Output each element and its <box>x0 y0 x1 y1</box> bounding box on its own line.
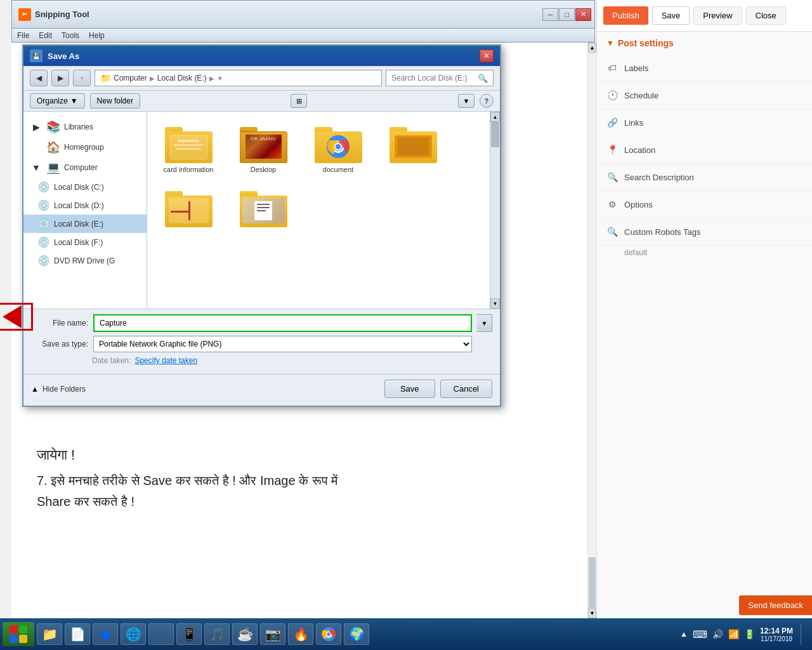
breadcrumb-arrow1: ▶ <box>150 75 155 82</box>
search-icon[interactable]: 🔍 <box>478 74 488 83</box>
taskbar-app9-button[interactable]: 📷 <box>260 623 285 645</box>
specify-date-link[interactable]: Specify date taken <box>134 356 197 365</box>
nav-item-computer[interactable]: ▼ 💻 Computer <box>23 157 147 178</box>
filetype-select[interactable]: Portable Network Graphic file (PNG) <box>93 336 472 352</box>
settings-item-location[interactable]: 📍 Location <box>597 136 812 164</box>
content-scrollbar[interactable]: ▲ ▼ <box>587 43 596 618</box>
send-feedback-button[interactable]: Send feedback <box>739 595 812 615</box>
nav-item-local-disk-d[interactable]: 💿 Local Disk (D:) <box>23 196 147 215</box>
filename-input[interactable] <box>93 314 472 332</box>
cancel-button[interactable]: Cancel <box>440 380 492 398</box>
folder-icon-desktop: OK JAANU <box>240 122 287 163</box>
minimize-button[interactable]: ─ <box>542 8 558 21</box>
scrollbar-thumb[interactable] <box>491 122 499 147</box>
taskbar-app2-button[interactable]: 📄 <box>65 623 90 645</box>
hide-folders-button[interactable]: ▲ Hide Folders <box>31 385 86 394</box>
folder-icon-extra1 <box>390 122 437 163</box>
folder-icon-extra2 <box>165 186 213 227</box>
labels-icon: 🏷 <box>606 62 618 74</box>
publish-button[interactable]: Publish <box>603 6 648 25</box>
search-bar[interactable]: 🔍 <box>386 70 494 86</box>
dialog-scrollbar[interactable]: ▲ ▼ <box>490 112 500 308</box>
start-button[interactable] <box>3 622 34 646</box>
file-item-desktop[interactable]: OK JAANU Desktop <box>228 118 298 177</box>
forward-button[interactable]: ▶ <box>51 70 69 86</box>
filetype-label: Save as type: <box>31 340 88 348</box>
nav-item-local-disk-f[interactable]: 💿 Local Disk (F:) <box>23 233 147 251</box>
show-desktop-button[interactable] <box>801 623 804 645</box>
filetype-row: Save as type: Portable Network Graphic f… <box>31 336 492 352</box>
save-post-button[interactable]: Save <box>652 6 690 25</box>
libraries-icon: ▶ <box>30 122 43 132</box>
filename-dropdown-button[interactable]: ▼ <box>477 314 492 332</box>
taskbar-app10-button[interactable]: 🔥 <box>288 623 313 645</box>
maximize-button[interactable]: □ <box>559 8 575 21</box>
scroll-thumb[interactable] <box>589 557 596 608</box>
view-dropdown-button[interactable]: ▼ <box>458 94 475 108</box>
dialog-footer: File name: ▼ Save as type: Portable Netw… <box>23 308 500 374</box>
taskbar-explorer-button[interactable]: 📁 <box>37 623 62 645</box>
dialog-close-button[interactable]: ✕ <box>480 50 494 62</box>
settings-item-labels[interactable]: 🏷 Labels <box>597 55 812 82</box>
file-item-document[interactable]: document <box>303 118 373 177</box>
settings-item-links[interactable]: 🔗 Links <box>597 109 812 136</box>
file-item-card-info[interactable]: card information <box>154 118 223 177</box>
menu-tools[interactable]: Tools <box>62 31 79 40</box>
nav-item-dvd-drive[interactable]: 💿 DVD RW Drive (G <box>23 251 147 270</box>
organize-label: Organize <box>37 96 68 105</box>
new-folder-button[interactable]: New folder <box>90 93 140 109</box>
scrollbar-bottom-button[interactable]: ▼ <box>588 608 596 618</box>
search-input[interactable] <box>391 74 475 83</box>
taskbar-app6-button[interactable]: 📱 <box>176 623 202 645</box>
close-post-button[interactable]: Close <box>746 6 786 25</box>
system-clock[interactable]: 12:14 PM 11/17/2018 <box>760 627 793 642</box>
menu-file[interactable]: File <box>17 31 29 40</box>
settings-item-options[interactable]: ⚙ Options <box>597 191 812 218</box>
taskbar-dropbox-button[interactable]: ◆ <box>93 623 118 645</box>
snipping-tool-titlebar: ✂ Snipping Tool <box>12 8 96 21</box>
address-breadcrumb[interactable]: 📁 Computer ▶ Local Disk (E:) ▶ ▼ <box>95 70 382 86</box>
taskbar-ie-button[interactable]: e <box>148 623 174 645</box>
scrollbar-top-button[interactable]: ▲ <box>588 43 596 53</box>
settings-item-robots[interactable]: 🔍 Custom Robots Tags <box>597 218 812 246</box>
file-item-extra2[interactable] <box>154 182 223 234</box>
nav-item-libraries[interactable]: ▶ 📚 Libraries <box>23 117 147 137</box>
preview-button[interactable]: Preview <box>693 6 742 25</box>
taskbar-app4-button[interactable]: 🌐 <box>121 623 146 645</box>
file-label-document: document <box>323 166 353 173</box>
taskbar-app8-button[interactable]: ☕ <box>232 623 258 645</box>
taskbar-app7-button[interactable]: 🎵 <box>204 623 230 645</box>
taskbar-chrome-button[interactable] <box>316 623 341 645</box>
nav-item-local-disk-e[interactable]: 💿 Local Disk (E:) <box>23 215 147 233</box>
nav-item-homegroup[interactable]: 🏠 Homegroup <box>23 137 147 157</box>
help-button[interactable]: ? <box>480 94 494 108</box>
local-disk-c-label: Local Disk (C:) <box>54 183 104 192</box>
scrollbar-up-button[interactable]: ▲ <box>490 112 500 122</box>
organize-button[interactable]: Organize ▼ <box>30 93 85 109</box>
tray-show-hidden-button[interactable]: ▲ <box>680 630 688 639</box>
blog-line1: जायेगा ! <box>37 447 571 463</box>
file-item-extra1[interactable] <box>378 118 448 177</box>
breadcrumb-dropdown[interactable]: ▼ <box>217 75 223 82</box>
options-label: Options <box>624 200 653 209</box>
file-item-extra3[interactable] <box>228 182 298 234</box>
robots-subtext: default <box>597 246 812 262</box>
up-button[interactable]: ↑ <box>73 70 91 86</box>
homegroup-folder-icon: 🏠 <box>46 140 60 154</box>
local-disk-e-label: Local Disk (E:) <box>54 220 103 229</box>
menu-edit[interactable]: Edit <box>39 31 52 40</box>
settings-item-schedule[interactable]: 🕐 Schedule <box>597 82 812 109</box>
robots-label: Custom Robots Tags <box>624 227 700 237</box>
scrollbar-down-button[interactable]: ▼ <box>490 298 500 308</box>
save-button[interactable]: Save <box>384 380 435 398</box>
taskbar-network-button[interactable]: 🌍 <box>344 623 369 645</box>
menu-help[interactable]: Help <box>89 31 105 40</box>
settings-item-search-desc[interactable]: 🔍 Search Description <box>597 164 812 191</box>
nav-item-local-disk-c[interactable]: 💿 Local Disk (C:) <box>23 178 147 196</box>
close-button[interactable]: ✕ <box>575 8 591 21</box>
view-button[interactable]: ⊞ <box>291 94 307 108</box>
dialog-title-text: Save As <box>48 51 475 61</box>
chrome-logo-icon <box>327 135 350 158</box>
app6-icon: 📱 <box>181 627 197 642</box>
back-button[interactable]: ◀ <box>30 70 48 86</box>
